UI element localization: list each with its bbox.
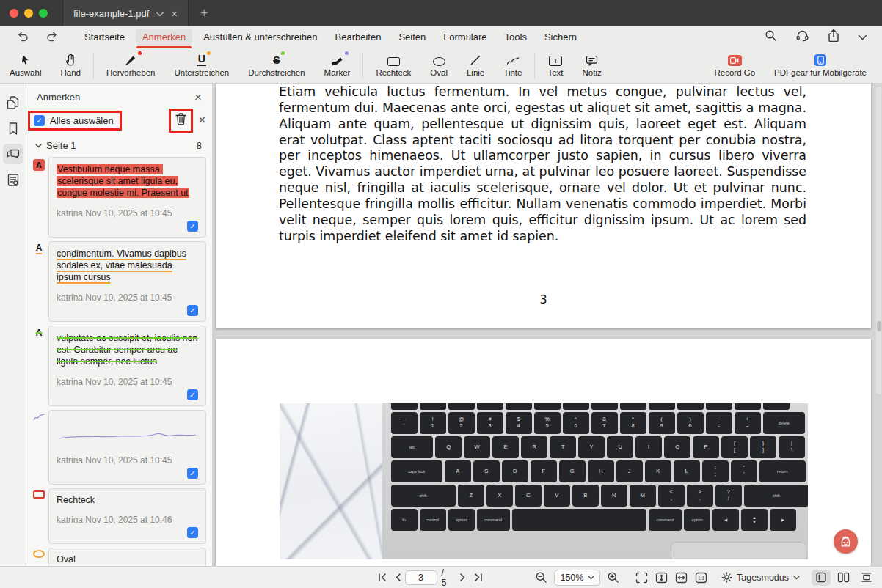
- single-page-view-icon[interactable]: [812, 570, 831, 586]
- annotation-card[interactable]: condimentum. Vivamus dapibus sodales ex,…: [48, 241, 206, 322]
- page-section-header[interactable]: Seite 1 8: [26, 131, 212, 155]
- document-tab[interactable]: file-example-1.pdf ×: [62, 0, 189, 26]
- menu-tab-sichern[interactable]: Sichern: [538, 29, 583, 45]
- keyboard-key: [420, 403, 446, 410]
- annotation-list-item[interactable]: AVestibulum neque massa, scelerisque sit…: [29, 157, 206, 238]
- document-tab-title: file-example-1.pdf: [73, 8, 149, 19]
- marker-icon: [330, 53, 344, 66]
- zoom-window-button[interactable]: [39, 9, 48, 18]
- trash-icon[interactable]: [175, 112, 187, 129]
- page-thumbnails-icon[interactable]: [3, 92, 23, 113]
- annotation-card[interactable]: Rechteckkatrina Nov 10, 2025 at 10:46✓: [48, 488, 206, 544]
- tool-marker[interactable]: Marker: [315, 47, 360, 83]
- keyboard-key: Q: [435, 436, 462, 458]
- annotation-list-item[interactable]: Avulputate ac suscipit et, iaculis non e…: [29, 326, 206, 406]
- menu-tab-formulare[interactable]: Formulare: [437, 29, 493, 45]
- tool-oval[interactable]: Oval: [420, 47, 457, 83]
- viewer-scrollbar[interactable]: [876, 87, 881, 394]
- tool-notiz[interactable]: Notiz: [573, 47, 611, 83]
- tool-tinte[interactable]: Tinte: [494, 47, 531, 83]
- keyboard-key: D: [502, 460, 528, 482]
- continuous-scroll-view-icon[interactable]: [857, 570, 876, 586]
- support-headset-icon[interactable]: [795, 29, 809, 45]
- tool-auswahl[interactable]: Auswahl: [0, 47, 51, 83]
- tool-unterstreichen[interactable]: UUnterstreichen: [164, 47, 238, 83]
- annotation-checkbox[interactable]: ✓: [187, 389, 198, 400]
- signatures-icon[interactable]: [3, 169, 23, 190]
- keyboard-key: H: [588, 460, 614, 482]
- menu-tab-startseite[interactable]: Startseite: [78, 29, 131, 45]
- annotation-list-item[interactable]: Acondimentum. Vivamus dapibus sodales ex…: [29, 241, 206, 322]
- tool-label: Hervorheben: [106, 68, 155, 77]
- previous-page-icon[interactable]: [391, 573, 405, 582]
- annotation-checkbox[interactable]: ✓: [187, 527, 198, 538]
- tool-record-go[interactable]: Record Go: [704, 53, 765, 77]
- deselect-icon[interactable]: ×: [199, 114, 205, 127]
- annotation-list-item[interactable]: katrina Nov 10, 2025 at 10:45✓: [29, 410, 206, 485]
- redo-icon[interactable]: [43, 32, 62, 42]
- two-page-view-icon[interactable]: [834, 570, 853, 586]
- tool-pdfgear-f-r-mobilger-te[interactable]: PDFgear für Mobilgeräte: [765, 53, 876, 77]
- menu-tab-bearbeiten[interactable]: Bearbeiten: [329, 29, 388, 45]
- keyboard-key: [534, 403, 561, 410]
- zoom-out-icon[interactable]: [531, 571, 551, 584]
- annotation-card[interactable]: katrina Nov 10, 2025 at 10:45✓: [48, 410, 206, 485]
- new-tab-button[interactable]: +: [200, 6, 208, 21]
- actual-size-icon[interactable]: 1:1: [691, 572, 711, 584]
- annotation-card[interactable]: Vestibulum neque massa, scelerisque sit …: [48, 157, 206, 238]
- panel-close-icon[interactable]: ×: [194, 91, 202, 103]
- bookmarks-icon[interactable]: [3, 118, 23, 139]
- minimize-window-button[interactable]: [24, 9, 33, 18]
- page-number-input[interactable]: [405, 570, 437, 585]
- tool-text[interactable]: TText: [538, 47, 572, 83]
- laptop-deck: ~ `! 1@ 2# 3$ 4% 5^ 6& 7* 8( 9) 0_ -+ =d…: [382, 403, 808, 559]
- keyboard-key: T: [550, 436, 576, 458]
- fit-height-icon[interactable]: [652, 572, 671, 584]
- fit-width-icon[interactable]: [671, 572, 691, 584]
- ai-assistant-robot-button[interactable]: [834, 529, 858, 554]
- zoom-in-icon[interactable]: [603, 571, 623, 584]
- note-icon: [586, 53, 598, 66]
- select-all-checkbox[interactable]: ✓: [34, 115, 45, 126]
- select-all-label: Alles auswälen: [50, 115, 114, 126]
- day-mode-select[interactable]: Tagesmodus: [721, 572, 800, 583]
- search-icon[interactable]: [765, 29, 777, 45]
- section-count: 8: [197, 140, 202, 151]
- annotation-card[interactable]: vulputate ac suscipit et, iaculis non es…: [48, 326, 206, 406]
- viewer-scrollbar-thumb[interactable]: [877, 321, 881, 331]
- tool-rechteck[interactable]: Rechteck: [366, 47, 420, 83]
- tool-linie[interactable]: Linie: [457, 47, 494, 83]
- pdf-viewer[interactable]: Etiam vehicula luctus fermentum. In vel …: [213, 84, 882, 566]
- share-icon[interactable]: [828, 29, 839, 45]
- fit-screen-icon[interactable]: [632, 572, 652, 584]
- next-page-icon[interactable]: [456, 573, 470, 582]
- close-tab-icon[interactable]: ×: [171, 8, 178, 19]
- menu-tab-anmerken[interactable]: Anmerken: [136, 29, 192, 45]
- close-window-button[interactable]: [10, 9, 18, 18]
- tool-color-dot: [138, 51, 142, 55]
- menu-tab-ausf-llen-unterschreiben[interactable]: Ausfüllen & unterschreiben: [197, 29, 324, 45]
- annotation-checkbox[interactable]: ✓: [187, 468, 198, 479]
- annotation-card[interactable]: Ovalkatrina Nov 10, 2025 at 10:46✓: [48, 548, 206, 566]
- rectangle-annotation-icon: [29, 488, 48, 544]
- tab-chevron-down-icon[interactable]: [156, 7, 164, 20]
- tool-hervorheben[interactable]: Hervorheben: [97, 47, 164, 83]
- annotations-panel-icon[interactable]: [3, 144, 23, 164]
- annotation-checkbox[interactable]: ✓: [187, 305, 198, 316]
- tool-hand[interactable]: Hand: [51, 47, 90, 83]
- undo-icon[interactable]: [13, 32, 32, 42]
- collapse-toolbar-chevron-icon[interactable]: [858, 30, 867, 43]
- annotation-list-item[interactable]: Rechteckkatrina Nov 10, 2025 at 10:46✓: [29, 488, 206, 544]
- annotation-list-item[interactable]: Ovalkatrina Nov 10, 2025 at 10:46✓: [29, 548, 206, 566]
- last-page-icon[interactable]: [470, 573, 487, 582]
- first-page-icon[interactable]: [373, 573, 391, 582]
- tool-durchstreichen[interactable]: SDurchstreichen: [238, 47, 314, 83]
- zoom-level-select[interactable]: 150%: [554, 570, 600, 586]
- menu-tab-tools[interactable]: Tools: [498, 29, 533, 45]
- keyboard-key: J: [616, 460, 643, 482]
- menu-tab-seiten[interactable]: Seiten: [392, 29, 432, 45]
- keyboard-key: [620, 403, 646, 410]
- tool-color-dot: [345, 51, 349, 55]
- section-chevron-down-icon[interactable]: [35, 144, 42, 148]
- annotation-checkbox[interactable]: ✓: [187, 221, 198, 232]
